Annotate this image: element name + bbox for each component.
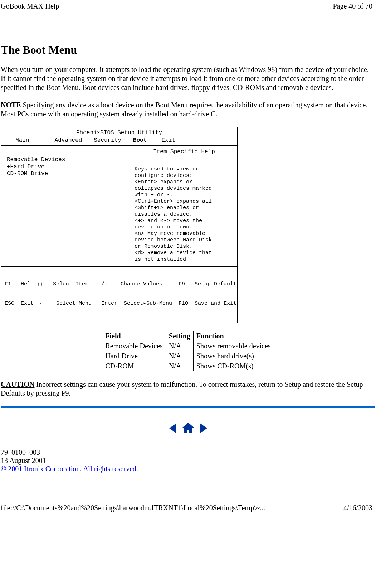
nav-icons xyxy=(1,421,375,435)
note-paragraph: NOTE Specifying any device as a boot dev… xyxy=(1,101,375,119)
table-row: Hard Drive N/A Shows hard drive(s) xyxy=(102,351,274,361)
cell-function: Shows CD-ROM(s) xyxy=(193,361,274,371)
caution-label: CAUTION xyxy=(1,380,34,388)
bios-item-cdrom: CD-ROM Drive xyxy=(7,170,127,177)
bios-screenshot: PhoenixBIOS Setup Utility Main Advanced … xyxy=(1,127,238,323)
page-header: GoBook MAX Help Page 40 of 70 xyxy=(0,0,376,11)
svg-marker-0 xyxy=(169,423,176,433)
document-meta: 79_0100_003 13 August 2001 © 2001 Itroni… xyxy=(1,448,375,473)
doc-date: 13 August 2001 xyxy=(1,457,375,465)
bios-tab-boot: Boot xyxy=(133,137,158,144)
cell-setting: N/A xyxy=(166,341,193,351)
content-area: The Boot Menu When you turn on your comp… xyxy=(0,43,376,473)
bios-tab-security: Security xyxy=(94,137,130,144)
page-title: The Boot Menu xyxy=(1,43,375,57)
bios-title: PhoenixBIOS Setup Utility xyxy=(1,127,237,136)
cell-field: Removable Devices xyxy=(102,341,166,351)
th-function: Function xyxy=(193,331,274,341)
header-left: GoBook MAX Help xyxy=(1,2,59,10)
bios-footer-line1: F1 Help ↑↓ Select Item -/+ Change Values… xyxy=(5,281,234,288)
caution-text: Incorrect settings can cause your system… xyxy=(1,380,363,397)
bios-tab-advanced: Advanced xyxy=(55,137,91,144)
footer-left: file://C:\Documents%20and%20Settings\har… xyxy=(1,504,265,512)
table-row: CD-ROM N/A Shows CD-ROM(s) xyxy=(102,361,274,371)
note-label: NOTE xyxy=(1,101,21,109)
bios-footer-line2: ESC Exit ← Select Menu Enter Select▸Sub-… xyxy=(5,300,234,307)
bios-device-list: Removable Devices +Hard Drive CD-ROM Dri… xyxy=(1,146,131,266)
cell-field: CD-ROM xyxy=(102,361,166,371)
footer-right: 4/16/2003 xyxy=(343,504,372,512)
bios-help-body: Keys used to view or configure devices: … xyxy=(131,159,237,266)
nav-next-icon[interactable] xyxy=(198,423,209,431)
copyright-link[interactable]: © 2001 Itronix Corporation. All rights r… xyxy=(1,465,138,473)
bios-item-hard-drive: +Hard Drive xyxy=(7,164,127,170)
section-divider xyxy=(1,406,375,408)
intro-paragraph: When you turn on your computer, it attem… xyxy=(1,65,375,92)
bios-tab-exit: Exit xyxy=(161,137,175,144)
th-setting: Setting xyxy=(166,331,193,341)
page-footer: file://C:\Documents%20and%20Settings\har… xyxy=(0,502,376,514)
cell-function: Shows removable devices xyxy=(193,341,274,351)
table-row: Removable Devices N/A Shows removable de… xyxy=(102,341,274,351)
svg-marker-2 xyxy=(200,423,207,433)
bios-help-pane: Item Specific Help Keys used to view or … xyxy=(131,146,237,266)
svg-marker-1 xyxy=(182,423,194,433)
fields-table: Field Setting Function Removable Devices… xyxy=(102,331,274,371)
th-field: Field xyxy=(102,331,166,341)
nav-home-icon[interactable] xyxy=(180,423,198,431)
cell-field: Hard Drive xyxy=(102,351,166,361)
bios-item-removable: Removable Devices xyxy=(7,156,127,163)
nav-prev-icon[interactable] xyxy=(167,423,180,431)
header-right: Page 40 of 70 xyxy=(333,2,372,10)
bios-menubar: Main Advanced Security Boot Exit xyxy=(1,136,237,145)
caution-paragraph: CAUTION Incorrect settings can cause you… xyxy=(1,380,375,398)
table-header-row: Field Setting Function xyxy=(102,331,274,341)
note-text: Specifying any device as a boot device o… xyxy=(1,101,367,118)
bios-tab-main: Main xyxy=(15,137,51,144)
cell-setting: N/A xyxy=(166,351,193,361)
doc-id: 79_0100_003 xyxy=(1,448,375,457)
bios-footer: F1 Help ↑↓ Select Item -/+ Change Values… xyxy=(1,267,237,323)
bios-help-header: Item Specific Help xyxy=(131,146,237,159)
cell-setting: N/A xyxy=(166,361,193,371)
cell-function: Shows hard drive(s) xyxy=(193,351,274,361)
bios-main: Removable Devices +Hard Drive CD-ROM Dri… xyxy=(1,145,237,266)
